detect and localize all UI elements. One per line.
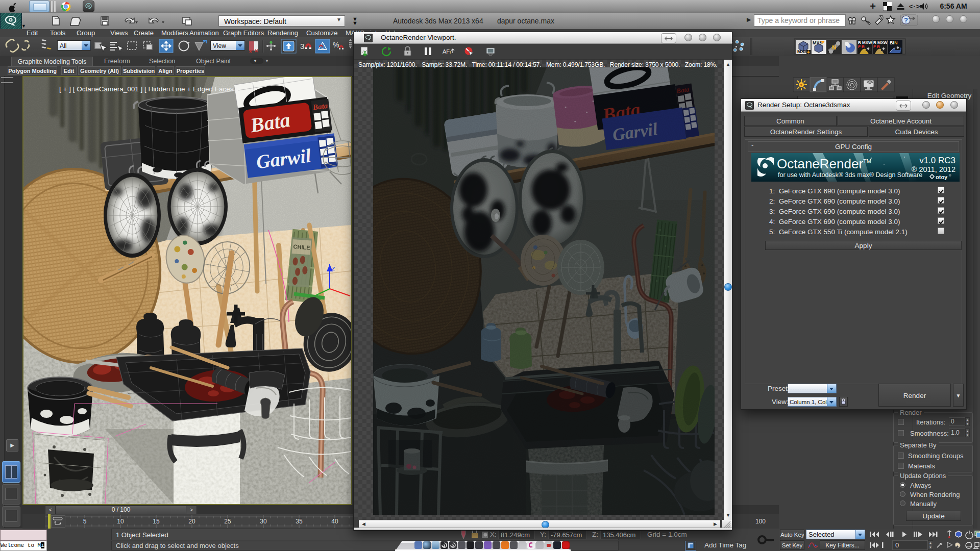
svg-text:F R: F R <box>858 44 865 49</box>
svg-text:®: ® <box>949 174 951 177</box>
svg-text:v1.0 RC3: v1.0 RC3 <box>919 156 955 165</box>
svg-text:AFI: AFI <box>443 48 451 55</box>
svg-text:All: All <box>60 42 66 49</box>
svg-text:?: ? <box>904 16 908 24</box>
svg-text:3: 3 <box>300 42 304 51</box>
svg-text:OctaneRenderTM: OctaneRenderTM <box>777 156 871 171</box>
svg-text:40: 40 <box>331 518 338 525</box>
svg-text:BIN: BIN <box>890 40 898 45</box>
svg-text:15: 15 <box>153 518 160 525</box>
svg-text:MXS: MXS <box>797 49 807 54</box>
svg-text:for use with Autodesk® 3ds max: for use with Autodesk® 3ds max® Design S… <box>778 171 922 179</box>
svg-text:20: 20 <box>188 518 195 525</box>
svg-text:5: 5 <box>83 518 87 525</box>
svg-text:® 2011, 2012: ® 2011, 2012 <box>912 165 955 173</box>
svg-text:35: 35 <box>296 518 303 525</box>
svg-text:View: View <box>213 42 226 49</box>
svg-text:10: 10 <box>117 518 124 525</box>
svg-text:z: z <box>332 264 335 272</box>
svg-text:N: N <box>832 44 836 51</box>
svg-text:[ + ] [ OctaneCamera_001 ] [ H: [ + ] [ OctaneCamera_001 ] [ Hidden Line… <box>59 85 237 93</box>
svg-text:100: 100 <box>755 518 766 525</box>
svg-text:30: 30 <box>260 518 267 525</box>
svg-text:25: 25 <box>224 518 231 525</box>
svg-text:%: % <box>333 41 339 49</box>
svg-text:otoy: otoy <box>936 174 948 180</box>
svg-text:CHILE: CHILE <box>293 243 310 251</box>
svg-text:F R: F R <box>873 44 880 49</box>
